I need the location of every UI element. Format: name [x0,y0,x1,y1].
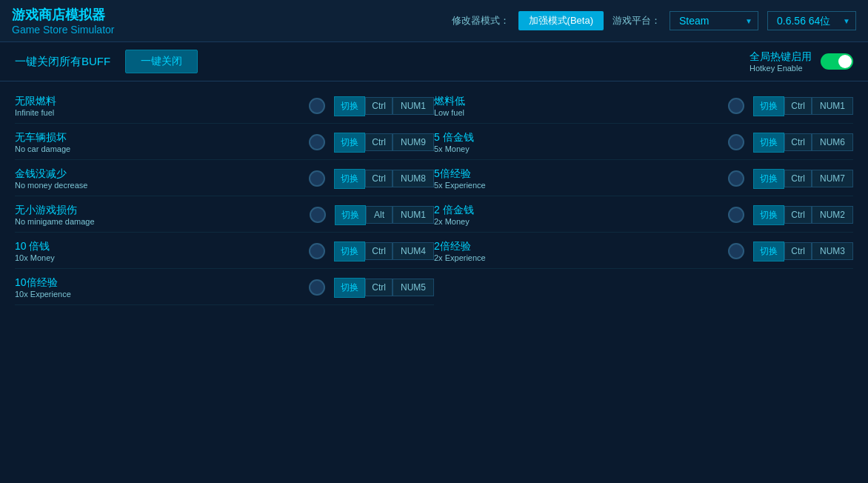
cheat-name-cn: 5倍经验 [434,167,719,181]
platform-select[interactable]: Steam [670,11,758,30]
keybind-key: NUM2 [812,206,853,224]
keybind-group: 切换CtrlNUM8 [334,169,434,189]
keybind-key: NUM4 [393,242,434,260]
hotkey-toggle[interactable] [821,53,853,70]
keybind-key: NUM1 [812,97,853,115]
app-title-en: Game Store Simulator [12,24,115,36]
list-item: 无限燃料Infinite fuel切换CtrlNUM1 [15,89,434,124]
list-item: 10倍经验10x Experience切换CtrlNUM5 [15,270,434,305]
cheat-name-cn: 10倍经验 [15,276,300,290]
cheat-name-cn: 2 倍金钱 [434,204,719,217]
switch-button[interactable]: 切换 [335,205,366,225]
cheat-toggle[interactable] [309,243,325,259]
keybind-key: NUM3 [812,242,853,260]
cheat-toggle[interactable] [309,279,325,296]
cheat-toggle[interactable] [309,134,325,150]
cheat-names: 金钱没减少No money decrease [15,167,300,190]
mode-button[interactable]: 加强模式(Beta) [518,11,604,30]
cheat-toggle[interactable] [728,207,744,223]
keybind-group: 切换CtrlNUM7 [753,169,853,189]
switch-button[interactable]: 切换 [753,96,784,116]
toolbar-right: 全局热键启用 Hotkey Enable [750,50,853,73]
keybind-group: 切换CtrlNUM6 [753,133,853,153]
cheat-names: 10倍经验10x Experience [15,276,300,299]
cheat-toggle[interactable] [728,170,744,187]
keybind-modifier: Alt [366,206,393,224]
keybind-modifier: Ctrl [784,170,812,187]
header: 游戏商店模拟器 Game Store Simulator 修改器模式： 加强模式… [0,0,868,42]
switch-button[interactable]: 切换 [334,242,365,262]
list-item: 5倍经验5x Experience切换CtrlNUM7 [434,161,853,196]
cheat-toggle[interactable] [310,207,326,223]
keybind-key: NUM1 [393,97,434,115]
keybind-key: NUM7 [812,170,853,187]
keybind-modifier: Ctrl [784,206,812,224]
hotkey-label-cn: 全局热键启用 [750,50,812,64]
cheat-name-en: 5x Experience [434,181,719,190]
cheat-name-cn: 2倍经验 [434,240,719,253]
cheat-toggle[interactable] [728,98,744,114]
toolbar-left: 一键关闭所有BUFF 一键关闭 [15,50,198,73]
hotkey-labels: 全局热键启用 Hotkey Enable [750,50,812,73]
keybind-modifier: Ctrl [784,133,812,151]
keybind-key: NUM1 [393,206,434,224]
cheat-name-en: 2x Experience [434,253,719,262]
list-item: 2倍经验2x Experience切换CtrlNUM3 [434,234,853,269]
cheat-name-cn: 无小游戏损伤 [15,204,301,217]
version-select[interactable]: 0.6.56 64位 [767,11,856,30]
main-content: 无限燃料Infinite fuel切换CtrlNUM1无车辆损坏No car d… [0,81,868,313]
cheat-name-cn: 无限燃料 [15,95,300,108]
keybind-group: 切换CtrlNUM5 [334,278,434,298]
switch-button[interactable]: 切换 [334,96,365,116]
switch-button[interactable]: 切换 [753,133,784,153]
switch-button[interactable]: 切换 [334,169,365,189]
keybind-group: 切换CtrlNUM2 [753,205,853,225]
keybind-key: NUM9 [393,133,434,151]
close-all-label: 一键关闭所有BUFF [15,55,110,69]
switch-button[interactable]: 切换 [753,169,784,189]
cheat-names: 10 倍钱10x Money [15,240,300,262]
keybind-modifier: Ctrl [365,97,393,115]
keybind-group: 切换CtrlNUM3 [753,242,853,262]
cheat-toggle[interactable] [728,243,744,259]
cheat-names: 无限燃料Infinite fuel [15,95,300,117]
cheat-name-cn: 金钱没减少 [15,167,300,181]
keybind-modifier: Ctrl [365,279,393,296]
cheat-name-en: No car damage [15,144,300,153]
keybind-group: 切换CtrlNUM1 [753,96,853,116]
keybind-modifier: Ctrl [784,242,812,260]
cheat-name-en: 10x Experience [15,290,300,299]
keybind-modifier: Ctrl [784,97,812,115]
keybind-modifier: Ctrl [365,133,393,151]
switch-button[interactable]: 切换 [753,242,784,262]
close-all-button[interactable]: 一键关闭 [125,50,198,73]
cheat-name-cn: 5 倍金钱 [434,131,719,144]
cheat-names: 无车辆损坏No car damage [15,131,300,153]
cheat-toggle[interactable] [309,98,325,114]
cheat-column-right: 燃料低Low fuel切换CtrlNUM15 倍金钱5x Money切换Ctrl… [434,89,853,305]
list-item: 金钱没减少No money decrease切换CtrlNUM8 [15,161,434,196]
switch-button[interactable]: 切换 [334,278,365,298]
cheat-toggle[interactable] [309,170,325,187]
keybind-key: NUM8 [393,170,434,187]
platform-select-wrapper[interactable]: Steam [670,11,758,30]
switch-button[interactable]: 切换 [334,133,365,153]
header-right: 修改器模式： 加强模式(Beta) 游戏平台： Steam 0.6.56 64位 [452,11,856,30]
list-item: 无车辆损坏No car damage切换CtrlNUM9 [15,125,434,160]
header-left: 游戏商店模拟器 Game Store Simulator [12,6,115,36]
cheat-name-en: No money decrease [15,181,300,190]
cheat-names: 5倍经验5x Experience [434,167,719,190]
cheat-name-en: 2x Money [434,217,719,226]
cheat-name-en: 5x Money [434,144,719,153]
keybind-modifier: Ctrl [365,242,393,260]
cheat-toggle[interactable] [728,134,744,150]
keybind-group: 切换CtrlNUM1 [334,96,434,116]
hotkey-label-en: Hotkey Enable [750,64,812,73]
cheat-name-en: Low fuel [434,108,719,117]
cheat-name-cn: 10 倍钱 [15,240,300,253]
cheat-names: 燃料低Low fuel [434,95,719,117]
keybind-group: 切换CtrlNUM4 [334,242,434,262]
version-select-wrapper[interactable]: 0.6.56 64位 [767,11,856,30]
app-title-cn: 游戏商店模拟器 [12,6,115,24]
switch-button[interactable]: 切换 [753,205,784,225]
